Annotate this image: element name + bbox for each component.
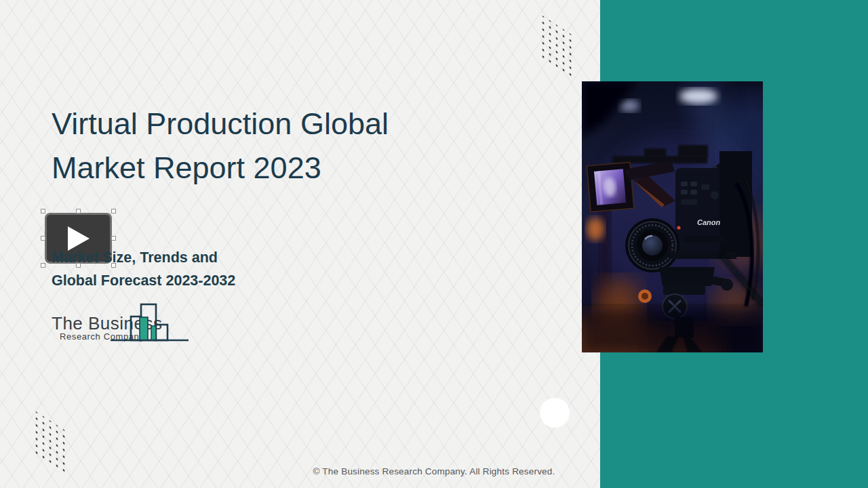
subtitle-line1: Market Size, Trends and: [52, 246, 336, 269]
selection-handle[interactable]: [41, 263, 45, 268]
slide-subtitle: Market Size, Trends and Global Forecast …: [52, 246, 336, 292]
presentation-slide: Virtual Production Global Market Report …: [0, 0, 868, 488]
footer-copyright: © The Business Research Company. All Rig…: [0, 466, 868, 476]
company-logo: The Business Research Company: [49, 300, 205, 347]
selection-handle[interactable]: [76, 209, 81, 214]
page-title-line2: Market Report 2023: [52, 146, 513, 190]
subtitle-line2: Global Forecast 2023-2032: [52, 269, 336, 292]
logo-bar-chart-icon: [111, 301, 191, 344]
dot-pattern-top: [535, 9, 580, 85]
selection-handle[interactable]: [111, 236, 116, 241]
selection-handle[interactable]: [41, 209, 45, 214]
selection-handle[interactable]: [41, 236, 45, 241]
selection-handle[interactable]: [111, 209, 116, 214]
camera-photo: Canon: [582, 81, 763, 352]
page-title: Virtual Production Global Market Report …: [52, 102, 513, 190]
camera-brand-text: Canon: [697, 218, 721, 226]
page-title-line1: Virtual Production Global: [52, 102, 513, 146]
decorative-circle: [540, 398, 570, 428]
